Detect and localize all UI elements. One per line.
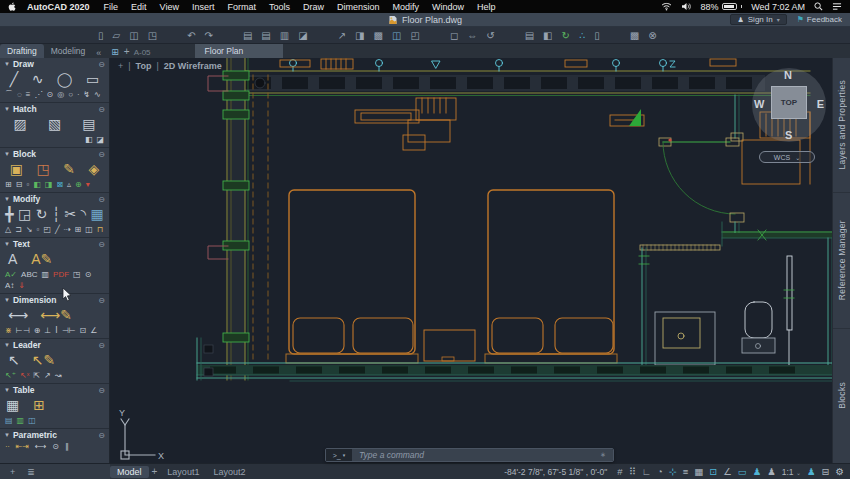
arc-icon[interactable]: ⌒ xyxy=(5,90,13,99)
section-options-icon[interactable]: ⊖ xyxy=(98,195,105,204)
save-as-icon[interactable]: ◳ xyxy=(148,28,157,43)
dim-baseline-icon[interactable]: ⊥ xyxy=(44,326,51,335)
floor-plan-drawing[interactable]: Y X xyxy=(110,58,832,463)
quick-print-icon[interactable]: ▤ xyxy=(261,28,270,43)
tab-layout1[interactable]: Layout1 xyxy=(160,466,206,478)
print-icon[interactable]: ▤ xyxy=(243,28,252,43)
scale-icon[interactable]: ┆ xyxy=(52,206,60,223)
dwg-ref-icon[interactable]: ◫ xyxy=(392,28,401,43)
tab-blocks[interactable]: Blocks xyxy=(833,329,850,463)
spell-check-icon[interactable]: A✓ xyxy=(5,270,17,279)
section-header-modify[interactable]: ▼ Modify ⊖ xyxy=(0,193,109,205)
copy-icon[interactable]: ◲ xyxy=(18,206,31,223)
feedback-button[interactable]: ⚑ Feedback xyxy=(797,15,842,24)
tab-drafting[interactable]: Drafting xyxy=(0,44,44,58)
add-layout-button[interactable]: + xyxy=(149,466,161,477)
annotation-icon[interactable]: ▭ xyxy=(738,465,747,479)
break-icon[interactable]: ⇢ xyxy=(64,225,71,234)
tab-model[interactable]: Model xyxy=(110,466,149,478)
workspace-icon[interactable]: ♟ xyxy=(807,465,816,479)
menu-modify[interactable]: Modify xyxy=(393,2,420,12)
menu-file[interactable]: File xyxy=(104,2,119,12)
add-sheet-icon[interactable]: + xyxy=(10,467,15,477)
xline-icon[interactable]: ↯ xyxy=(83,90,90,99)
section-options-icon[interactable]: ⊖ xyxy=(98,240,105,249)
orbit-icon[interactable]: ↺ xyxy=(486,28,494,43)
table-icon[interactable]: ▦ xyxy=(6,397,19,414)
dim-constraint-icon[interactable]: ⟷ xyxy=(35,442,46,451)
text-style-icon[interactable]: ▥ xyxy=(42,270,50,279)
point-icon[interactable]: ∙ xyxy=(77,90,79,99)
plot-lock-icon[interactable]: ▥ xyxy=(280,28,289,43)
zoom-window-icon[interactable]: ◻ xyxy=(450,28,458,43)
block-create-icon[interactable]: ◳ xyxy=(36,161,49,178)
stretch-icon[interactable]: ↘ xyxy=(26,225,33,234)
section-header-text[interactable]: ▼ Text ⊖ xyxy=(0,238,109,250)
dim-aligned-icon[interactable]: ⊢⊣ xyxy=(16,326,30,335)
viewport-style-control[interactable]: 2D Wireframe xyxy=(164,61,222,71)
menu-view[interactable]: View xyxy=(160,2,179,12)
mirror-icon[interactable]: △ xyxy=(5,225,11,234)
explode-icon[interactable]: ◰ xyxy=(43,225,51,234)
text-abc-icon[interactable]: ABC xyxy=(21,270,37,279)
section-header-leader[interactable]: ▼ Leader ⊖ xyxy=(0,339,109,351)
text-align-icon[interactable]: A↕ xyxy=(5,281,14,290)
viewcube-south[interactable]: S xyxy=(785,129,792,141)
rotate-icon[interactable]: ↻ xyxy=(36,206,48,223)
command-bar[interactable]: >_ ▾ Type a command ∗ xyxy=(325,448,614,462)
concentric-icon[interactable]: ⊙ xyxy=(52,442,59,451)
command-prompt-button[interactable]: >_ ▾ xyxy=(326,449,352,461)
polygon-icon[interactable]: ○ xyxy=(68,90,73,99)
block-save-icon[interactable]: ◨ xyxy=(45,180,53,189)
apple-logo-icon[interactable] xyxy=(8,2,17,11)
block-redefine-icon[interactable]: ▾ xyxy=(86,180,90,189)
ellipse-arc-icon[interactable]: ◎ xyxy=(57,90,64,99)
lineweight-icon[interactable]: ≡ xyxy=(683,465,689,479)
viewcube-west[interactable]: W xyxy=(754,98,764,110)
block-tag-icon[interactable]: ◈ xyxy=(88,161,99,178)
annotation-scale[interactable]: 1:1 ⌄ xyxy=(782,467,801,477)
polar-tracking-icon[interactable]: ◔ xyxy=(657,465,663,479)
offset-icon[interactable]: ⊐ xyxy=(15,225,22,234)
block-sync-icon[interactable]: ◧ xyxy=(33,180,41,189)
settings-remove-icon[interactable]: ⊗ xyxy=(648,28,656,43)
export-pdf-icon[interactable]: PDF xyxy=(53,270,69,279)
dim-linear-icon[interactable]: ⟷ xyxy=(8,307,28,324)
block-attach-icon[interactable]: ⊞ xyxy=(5,180,12,189)
block-add-icon[interactable]: ⊕ xyxy=(75,180,82,189)
tab-modeling[interactable]: Modeling xyxy=(44,44,93,58)
leader-collect-icon[interactable]: ↗ xyxy=(44,371,51,380)
block-edit-icon[interactable]: ✎ xyxy=(63,161,75,178)
viewcube[interactable]: N W E S TOP xyxy=(752,68,826,142)
table-export-icon[interactable]: ▤ xyxy=(5,416,13,425)
gradient-icon[interactable]: ▤ xyxy=(82,116,95,133)
section-header-dimension[interactable]: ▼ Dimension ⊖ xyxy=(0,294,109,306)
menu-dimension[interactable]: Dimension xyxy=(337,2,380,12)
revision-cloud-icon[interactable]: ◌ xyxy=(17,90,22,99)
section-header-table[interactable]: ▼ Table ⊖ xyxy=(0,384,109,396)
block-count-icon[interactable]: ▵ xyxy=(67,180,71,189)
wifi-icon[interactable] xyxy=(661,2,672,11)
table-data-icon[interactable]: ◫ xyxy=(28,416,36,425)
leader-remove-icon[interactable]: ↖ˣ xyxy=(20,371,29,380)
isometric-icon[interactable]: ∠ xyxy=(723,465,732,479)
layer-edit-icon[interactable]: ▤ xyxy=(525,28,534,43)
section-options-icon[interactable]: ⊖ xyxy=(98,296,105,305)
table-link-icon[interactable]: ⊞ xyxy=(33,397,45,414)
measure-icon[interactable]: ⋰ xyxy=(34,90,42,99)
rectangle-icon[interactable]: ▭ xyxy=(86,71,99,88)
align-icon[interactable]: ⊓ xyxy=(97,225,103,234)
battery-indicator[interactable]: 88% xyxy=(701,2,743,12)
redo-icon[interactable]: ↷ xyxy=(205,28,213,43)
fillet-icon[interactable]: ◝ xyxy=(81,206,86,223)
ellipse-icon[interactable]: ⊙ xyxy=(46,90,53,99)
circle-icon[interactable]: ◯ xyxy=(57,71,73,88)
drawing-canvas[interactable]: + | Top | 2D Wireframe xyxy=(110,58,832,463)
selection-cycling-icon[interactable]: ⊡ xyxy=(709,465,717,479)
block-insert-icon[interactable]: ▣ xyxy=(10,161,23,178)
block-scale-icon[interactable]: ▫ xyxy=(26,180,29,189)
save-icon[interactable]: ◫ xyxy=(129,28,138,43)
spline-icon[interactable]: ∿ xyxy=(94,90,101,99)
notification-center-icon[interactable] xyxy=(832,2,842,11)
dim-box-icon[interactable]: ⊡ xyxy=(80,326,87,335)
